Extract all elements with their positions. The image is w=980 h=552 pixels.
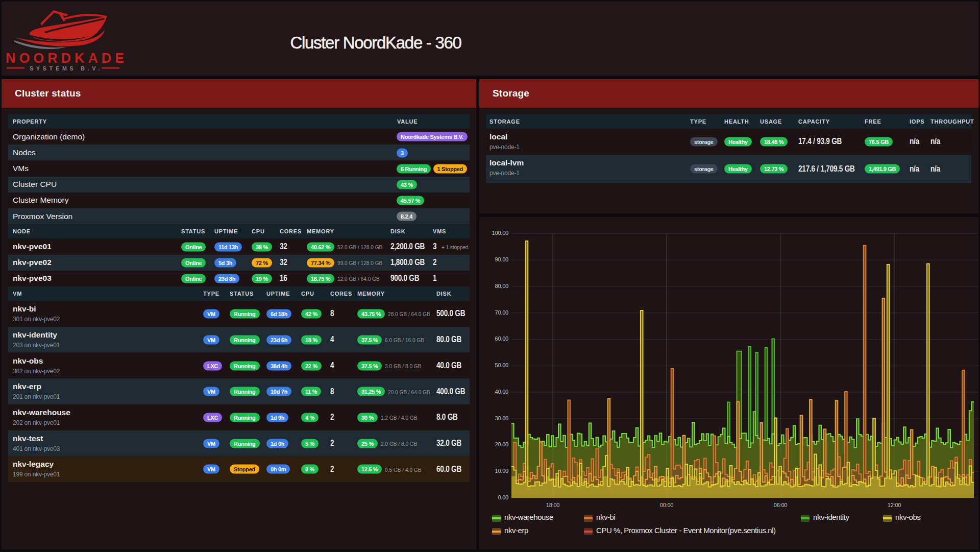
svg-text:SYSTEMS B.V.: SYSTEMS B.V.	[30, 65, 103, 71]
svg-text:NOORDKADE: NOORDKADE	[6, 51, 127, 66]
